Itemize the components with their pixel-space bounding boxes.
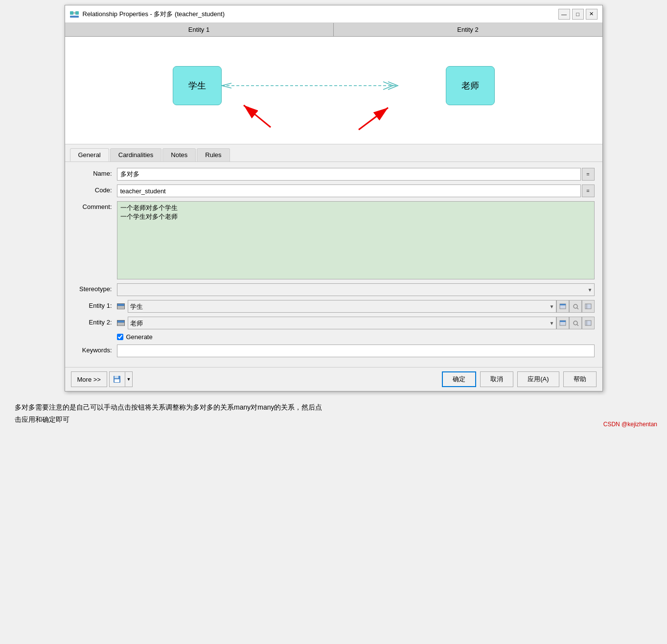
svg-line-6 [244, 105, 271, 127]
entity1-header: Entity 1 [65, 23, 334, 36]
stereotype-select[interactable] [117, 283, 595, 296]
entity1-row: Entity 1: 学生 ▼ [73, 300, 595, 313]
entity1-btn2[interactable] [569, 300, 582, 313]
generate-label: Generate [126, 333, 153, 341]
entity-header: Entity 1 Entity 2 [65, 23, 602, 37]
comment-textarea[interactable]: 一个老师对多个学生 一个学生对多个老师 [117, 201, 595, 279]
svg-line-17 [577, 324, 578, 326]
save-button[interactable] [109, 371, 125, 387]
name-eq-button[interactable]: = [582, 168, 595, 181]
entity2-select-wrapper: 老师 ▼ [117, 317, 556, 329]
svg-rect-1 [75, 11, 79, 15]
cancel-button[interactable]: 取消 [480, 371, 513, 387]
svg-rect-22 [115, 379, 119, 382]
title-bar: Relationship Properties - 多对多 (teacher_s… [65, 5, 602, 23]
code-input[interactable] [117, 184, 581, 197]
save-group: ▼ [109, 371, 133, 387]
title-controls: — □ ✕ [558, 9, 598, 20]
stereotype-label: Stereotype: [73, 283, 117, 293]
entity2-btn3[interactable] [582, 317, 595, 329]
entity2-btn2[interactable] [569, 317, 582, 329]
caption-line2: 击应用和确定即可 [15, 415, 69, 423]
caption-line1: 多对多需要注意的是自己可以手动点击按钮将关系调整称为多对多的关系many对man… [15, 403, 322, 411]
dialog-window: Relationship Properties - 多对多 (teacher_s… [65, 5, 603, 391]
stereotype-row: Stereotype: ▼ [73, 283, 595, 296]
svg-rect-0 [70, 11, 73, 15]
page-wrapper: Relationship Properties - 多对多 (teacher_s… [0, 0, 667, 437]
watermark: CSDN @kejizhentan [603, 421, 657, 428]
code-row: Code: = [73, 184, 595, 197]
generate-checkbox[interactable] [117, 334, 123, 340]
comment-row: Comment: 一个老师对多个学生 一个学生对多个老师 [73, 201, 595, 279]
svg-rect-18 [585, 321, 591, 325]
entity1-field-label: Entity 1: [73, 300, 117, 309]
keywords-input[interactable] [117, 345, 595, 357]
svg-line-11 [577, 308, 578, 309]
bottom-bar-right: 确定 取消 应用(A) 帮助 [442, 371, 596, 387]
save-dropdown-button[interactable]: ▼ [125, 371, 133, 387]
bottom-bar-left: More >> ▼ [71, 371, 440, 387]
entity-student-box: 学生 [173, 66, 222, 105]
confirm-button[interactable]: 确定 [442, 371, 476, 387]
diagram-svg [65, 37, 602, 144]
keywords-row: Keywords: [73, 345, 595, 357]
form-area: Name: = Code: = Comment: 一个老师对多个学生 一个学生对… [65, 162, 602, 367]
bottom-bar: More >> ▼ 确定 取消 应用(A) 帮助 [65, 367, 602, 391]
entity1-btn1[interactable] [556, 300, 569, 313]
entity2-field-label: Entity 2: [73, 317, 117, 326]
minimize-button[interactable]: — [558, 9, 570, 20]
entity1-btn3[interactable] [582, 300, 595, 313]
entity2-btn1[interactable] [556, 317, 569, 329]
tab-general[interactable]: General [70, 148, 109, 161]
entity2-header: Entity 2 [334, 23, 602, 36]
svg-rect-3 [70, 16, 79, 18]
diagram-area: 学生 老师 [65, 37, 602, 144]
svg-point-16 [574, 321, 577, 325]
entity2-select[interactable]: 老师 [128, 317, 556, 329]
name-input[interactable] [117, 168, 581, 181]
save-icon [113, 375, 121, 383]
caption-text: 多对多需要注意的是自己可以手动点击按钮将关系调整称为多对多的关系many对man… [10, 395, 657, 432]
entity1-table-icon [117, 303, 125, 309]
svg-rect-9 [560, 304, 566, 305]
svg-point-10 [574, 304, 577, 308]
title-text: Relationship Properties - 多对多 (teacher_s… [83, 10, 225, 19]
name-label: Name: [73, 168, 117, 177]
svg-rect-12 [585, 304, 591, 309]
tabs-area: General Cardinalities Notes Rules [65, 144, 602, 162]
generate-row: Generate [117, 333, 595, 341]
apply-button[interactable]: 应用(A) [517, 371, 559, 387]
entity-teacher-box: 老师 [446, 66, 495, 105]
close-button[interactable]: ✕ [586, 9, 598, 20]
code-eq-button[interactable]: = [582, 184, 595, 197]
svg-line-7 [359, 108, 388, 130]
name-row: Name: = [73, 168, 595, 181]
entity1-select[interactable]: 学生 [128, 300, 556, 313]
entity2-row: Entity 2: 老师 ▼ [73, 317, 595, 329]
diagram-container: 学生 老师 [65, 37, 602, 144]
entity1-select-wrapper: 学生 ▼ [117, 300, 556, 313]
relationship-icon [70, 10, 79, 18]
caption-area: 多对多需要注意的是自己可以手动点击按钮将关系调整称为多对多的关系many对man… [5, 395, 662, 432]
tab-rules[interactable]: Rules [197, 148, 230, 161]
svg-rect-21 [115, 376, 118, 378]
stereotype-select-wrapper: ▼ [117, 283, 595, 296]
keywords-label: Keywords: [73, 345, 117, 354]
comment-label: Comment: [73, 201, 117, 210]
code-label: Code: [73, 184, 117, 194]
more-button[interactable]: More >> [71, 371, 107, 387]
svg-rect-15 [560, 321, 566, 322]
maximize-button[interactable]: □ [572, 9, 584, 20]
help-button[interactable]: 帮助 [563, 371, 597, 387]
tab-cardinalities[interactable]: Cardinalities [110, 148, 162, 161]
title-bar-left: Relationship Properties - 多对多 (teacher_s… [70, 10, 225, 19]
entity2-table-icon [117, 320, 125, 326]
tab-notes[interactable]: Notes [162, 148, 196, 161]
